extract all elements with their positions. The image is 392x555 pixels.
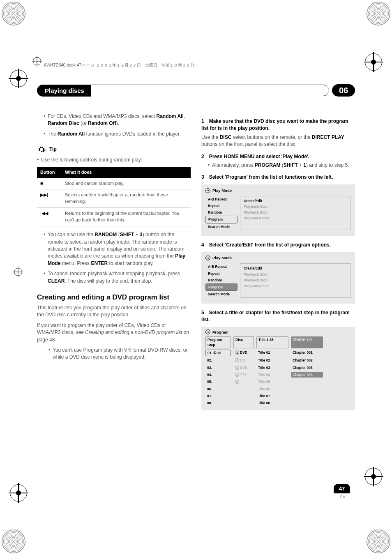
- body-text: This feature lets you program the play o…: [37, 304, 191, 319]
- menu-item: Random: [205, 277, 238, 283]
- registration-mark: [365, 53, 382, 71]
- menu-option: Playback Start: [244, 272, 347, 277]
- step-cell: 07.: [205, 393, 231, 399]
- menu-item: A-B Repeat: [205, 263, 238, 270]
- tip-text: Use the following controls during random…: [41, 157, 142, 164]
- step-2-head: 2Press HOME MENU and select 'Play Mode'.: [201, 153, 355, 160]
- button-glyph: |◀◀: [37, 208, 62, 226]
- bullet-text: You can't use Program play with VR forma…: [53, 347, 191, 361]
- button-desc: Stop and cancel random play.: [62, 178, 191, 189]
- menu-left-list: A-B Repeat Repeat Random Program Search …: [205, 263, 238, 298]
- title-cell: Title 05: [256, 379, 288, 385]
- list-item: • You can't use Program play with VR for…: [37, 347, 191, 361]
- gear-icon: [37, 145, 46, 154]
- step-4-head: 4Select 'Create/Edit' from the list of p…: [201, 242, 355, 249]
- menu-item: Search Mode: [205, 291, 238, 297]
- disc-cell: 2CD: [233, 357, 254, 363]
- button-desc: Selects another track/chapter at random …: [62, 189, 191, 208]
- menu-option: Playback Stop: [244, 210, 347, 215]
- print-corner: [367, 2, 390, 25]
- section-header: Playing discs 06: [37, 84, 355, 97]
- button-glyph: ▶▶|: [37, 189, 62, 208]
- step-5-head: 5Select a title or chapter for the first…: [201, 309, 355, 324]
- bullet-icon: •: [48, 347, 53, 361]
- chapter-cell-active: Chapter 004: [291, 372, 323, 378]
- crop-line: XV-HTD340.book 47 ページ ２００３年１２月２７日 土曜日 午前…: [33, 61, 357, 69]
- heading-creating-editing: Creating and editing a DVD program list: [37, 293, 191, 302]
- menu-item: Repeat: [205, 270, 238, 277]
- registration-mark: [365, 468, 382, 485]
- menu-left-list: A-B Repeat Repeat Random Program Search …: [205, 196, 238, 230]
- bullet-text: Alternatively, press PROGRAM (SHIFT + 1)…: [212, 162, 349, 169]
- disc-icon: [205, 256, 210, 260]
- left-column: • For CDs, Video CDs and WMA/MP3 discs, …: [37, 113, 191, 413]
- registration-mark: [10, 70, 27, 87]
- bullet-text: To cancel random playback without stoppi…: [48, 270, 191, 285]
- page-number: 47: [334, 484, 350, 493]
- step-cell: 03.: [205, 365, 231, 371]
- table-row: ■Stop and cancel random play.: [37, 178, 191, 189]
- col-header: Disc: [233, 336, 254, 348]
- bullet-icon: •: [44, 131, 48, 138]
- registration-mark: [10, 484, 27, 502]
- menu-item-selected: Program: [205, 216, 238, 223]
- menu-option: Playback Stop: [244, 277, 347, 283]
- tip-header: Tip: [37, 145, 191, 154]
- disc-icon: [205, 188, 210, 193]
- menu-option: Create/Edit: [244, 265, 347, 271]
- bullet-icon: •: [44, 113, 48, 127]
- bullet-icon: •: [37, 157, 41, 164]
- print-corner: [367, 530, 390, 553]
- chapter-cell: Chapter 003: [291, 365, 323, 371]
- table-row: |◀◀Returns to the beginning of the curre…: [37, 208, 191, 226]
- section-number: 06: [332, 84, 355, 97]
- menu-item: A-B Repeat: [205, 196, 238, 203]
- button-table: ButtonWhat it does ■Stop and cancel rand…: [37, 167, 191, 227]
- menu-right-list: Create/Edit Playback Start Playback Stop…: [240, 196, 351, 230]
- title-cell: Title 07: [256, 393, 288, 399]
- crop-header-text: XV-HTD340.book 47 ページ ２００３年１２月２７日 土曜日 午前…: [44, 62, 194, 68]
- menu-option: Playback Start: [244, 204, 347, 210]
- list-item: • You can also use the RANDOM (SHIFT + 3…: [37, 231, 191, 267]
- table-header: What it does: [62, 167, 191, 178]
- section-rule: [91, 85, 329, 96]
- right-column: 1Make sure that the DVD disc you want to…: [201, 113, 355, 413]
- list-item: • The Random All function ignores DVDs l…: [37, 131, 191, 138]
- button-desc: Returns to the beginning of the current …: [62, 208, 191, 226]
- button-glyph: ■: [37, 178, 62, 189]
- tip-label: Tip: [49, 146, 57, 153]
- title-cell: Title 01: [256, 350, 288, 356]
- step-cell: 08.: [205, 400, 231, 406]
- page-content: Playing discs 06 • For CDs, Video CDs an…: [37, 84, 355, 413]
- step-cell: 01. ①-01: [205, 350, 231, 356]
- print-corner: [2, 530, 25, 553]
- col-header: Program Step: [205, 336, 231, 348]
- menu-option: Program Delete: [244, 283, 347, 289]
- bullet-icon: •: [44, 270, 48, 285]
- list-item: • To cancel random playback without stop…: [37, 270, 191, 285]
- bullet-text: The Random All function ignores DVDs loa…: [48, 131, 181, 138]
- bullet-text: For CDs, Video CDs and WMA/MP3 discs, se…: [48, 113, 191, 127]
- list-item: • Alternatively, press PROGRAM (SHIFT + …: [201, 162, 355, 169]
- menu-item: Random: [205, 209, 238, 216]
- col-header: Title 1-38: [256, 336, 288, 348]
- disc-icon: [205, 329, 210, 334]
- title-cell: Title 02: [256, 357, 288, 363]
- title-cell: Title 04: [256, 372, 288, 378]
- print-corner: [2, 2, 25, 25]
- list-item: • For CDs, Video CDs and WMA/MP3 discs, …: [37, 113, 191, 127]
- body-text: If you want to program the play order of…: [37, 322, 191, 343]
- step-cell: 05.: [205, 379, 231, 385]
- chapter-cell: Chapter 001: [291, 350, 323, 356]
- registration-mark-small: [14, 268, 22, 276]
- table-header: Button: [37, 167, 62, 178]
- disc-cell: 1DVD: [233, 350, 254, 356]
- panel-title: Play Mode: [212, 188, 232, 193]
- disc-cell: 4???: [233, 372, 254, 378]
- play-mode-panel-1: Play Mode A-B Repeat Repeat Random Progr…: [201, 184, 355, 236]
- disc-cell: 5- - -: [233, 379, 254, 385]
- menu-option: Program Delete: [244, 215, 347, 221]
- disc-cell: 3DVD: [233, 365, 254, 371]
- step-3-head: 3Select 'Program' from the list of funct…: [201, 174, 355, 181]
- panel-title: Program: [212, 329, 228, 335]
